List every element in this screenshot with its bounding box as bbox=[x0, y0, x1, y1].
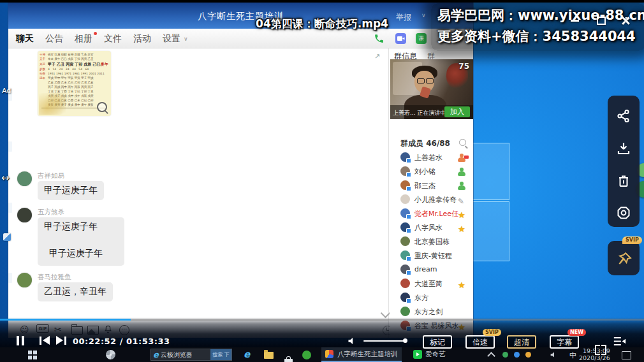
minimize-button[interactable] bbox=[571, 20, 579, 22]
popout-arrow-icon[interactable]: ↗ bbox=[374, 52, 380, 61]
live-video-thumbnail[interactable]: 75 上善若... 正在演讲中 加入 bbox=[390, 59, 473, 119]
avatar[interactable] bbox=[17, 171, 32, 186]
member-row[interactable]: 觉者Mr.Lee任 bbox=[400, 208, 471, 221]
wallpaper-window-pane bbox=[469, 143, 509, 200]
star-icon bbox=[458, 279, 467, 287]
bazi-row-label bbox=[40, 80, 48, 85]
taskbar: e 云极浏览器 搜索 下 e 八字断生死主题培训 爱奇艺 中 19:53:09 … bbox=[0, 347, 644, 362]
chat-message: 甲子运庚子年 bbox=[38, 181, 104, 200]
store-icon[interactable] bbox=[284, 359, 293, 362]
tab-chat[interactable]: 聊天 bbox=[16, 33, 34, 45]
bazi-chart-image[interactable]: 十神伤官 比肩 劫财 食神 正财 七杀 正官 天干辛未 庚午 己巳 戊辰 丁卯 … bbox=[38, 51, 111, 116]
member-row[interactable]: 邵三杰 bbox=[400, 180, 471, 192]
member-row[interactable]: 北京姜国栋 bbox=[400, 236, 471, 249]
avatar bbox=[400, 180, 410, 190]
volume-slider[interactable] bbox=[363, 340, 406, 342]
progress-bar[interactable] bbox=[0, 319, 644, 321]
members-header: 群成员 46/88 bbox=[400, 138, 450, 149]
chat-message: 甲子运庚子年 甲子运庚子年 bbox=[38, 217, 124, 266]
ime-indicator[interactable]: 中 bbox=[569, 351, 576, 360]
pin-button[interactable]: SVIP bbox=[608, 241, 640, 275]
start-button[interactable] bbox=[28, 351, 37, 359]
star-icon bbox=[458, 222, 467, 231]
bazi-row-label bbox=[40, 85, 48, 89]
member-row[interactable]: dream bbox=[400, 264, 471, 277]
speaker-icon[interactable] bbox=[550, 351, 558, 359]
member-row[interactable]: 上善若水 bbox=[400, 152, 471, 164]
chevron-down-icon[interactable]: ∨ bbox=[184, 36, 188, 42]
zoom-icon[interactable] bbox=[97, 102, 107, 112]
avatar bbox=[400, 166, 410, 176]
notification-center-icon[interactable] bbox=[622, 351, 631, 359]
avatar[interactable] bbox=[17, 273, 32, 287]
share-icon[interactable] bbox=[616, 108, 631, 124]
speed-button[interactable]: 倍速 bbox=[465, 335, 495, 349]
mark-button[interactable]: 标记 bbox=[423, 335, 452, 349]
taskbar-window-button[interactable]: 八字断生死主题培训 bbox=[321, 347, 402, 362]
tab-announcement[interactable]: 公告 bbox=[45, 33, 63, 45]
previous-button[interactable] bbox=[43, 336, 50, 345]
message-sender-name: 喜马拉雅鱼 bbox=[38, 273, 71, 282]
tab-files[interactable]: 文件 bbox=[104, 33, 122, 45]
taskbar-iqiyi-button[interactable]: 爱奇艺 bbox=[413, 350, 446, 359]
pinwheel-app-icon[interactable] bbox=[106, 350, 115, 359]
desktop-chip bbox=[8, 90, 12, 101]
course-icon[interactable]: 课 bbox=[416, 33, 427, 44]
tab-activity[interactable]: 活动 bbox=[133, 33, 151, 45]
join-button[interactable]: 加入 bbox=[444, 106, 470, 117]
bazi-row-text: 庚午 bbox=[100, 61, 108, 67]
video-filename-overlay: 04第四课：断命技巧.mp4 bbox=[256, 17, 388, 31]
member-row[interactable]: 刘小铭 bbox=[400, 166, 471, 178]
quality-button[interactable]: 超清 bbox=[507, 335, 536, 349]
tab-settings[interactable]: 设置 bbox=[163, 33, 180, 45]
subtitle-button[interactable]: 字幕 bbox=[550, 335, 579, 349]
member-row[interactable]: 东方之剑 bbox=[400, 306, 471, 319]
tab-album[interactable]: 相册 bbox=[75, 33, 92, 45]
video-call-icon[interactable] bbox=[395, 33, 406, 44]
member-row[interactable]: 八字风水 bbox=[400, 222, 471, 235]
member-icon bbox=[458, 166, 467, 175]
desktop-chip bbox=[8, 141, 12, 152]
taskbar-search-box[interactable]: e 云极浏览器 搜索 下 bbox=[150, 349, 232, 361]
tray-icon[interactable] bbox=[514, 352, 520, 358]
delete-icon[interactable] bbox=[616, 173, 631, 189]
tray-expand-icon[interactable] bbox=[487, 352, 495, 360]
next-button[interactable] bbox=[64, 337, 66, 345]
pencil-icon bbox=[458, 194, 467, 203]
bazi-row-label: 流年 bbox=[40, 76, 48, 80]
report-button[interactable]: 举报 bbox=[396, 12, 411, 23]
chevron-down-icon[interactable]: ∨ bbox=[421, 12, 426, 18]
member-row[interactable]: 重庆-黄钰程 bbox=[400, 250, 471, 263]
record-icon[interactable] bbox=[616, 205, 631, 221]
avatar bbox=[400, 222, 410, 232]
window-titlebar[interactable]: 八字断生死主题培训 举报 ∨ bbox=[8, 3, 473, 29]
edge-icon[interactable]: e bbox=[244, 351, 250, 359]
pause-button[interactable] bbox=[17, 336, 19, 345]
volume-knob[interactable] bbox=[403, 338, 407, 343]
bazi-row-label: 天干 bbox=[40, 57, 48, 61]
desktop-icon[interactable] bbox=[3, 233, 11, 241]
search-icon[interactable] bbox=[459, 139, 466, 146]
avatar[interactable] bbox=[17, 208, 32, 222]
voice-call-icon[interactable] bbox=[374, 33, 384, 44]
scroll-down-icon[interactable] bbox=[381, 308, 391, 319]
maximize-button[interactable] bbox=[597, 17, 606, 25]
next-button[interactable] bbox=[56, 336, 63, 345]
member-name: 小儿推拿传奇 bbox=[414, 195, 457, 205]
previous-button[interactable] bbox=[40, 337, 41, 345]
member-row[interactable]: 东方 bbox=[400, 292, 471, 305]
screen: Ad ↔ 八字断生死主题培训 举报 ∨ 聊天 公告 相册 文件 活动 设置 ∨ bbox=[0, 0, 644, 362]
member-row[interactable]: 小儿推拿传奇 bbox=[400, 194, 471, 206]
file-explorer-icon[interactable] bbox=[264, 352, 274, 359]
fullscreen-icon[interactable] bbox=[595, 345, 606, 355]
download-icon[interactable] bbox=[616, 141, 631, 156]
message-line: 甲子运庚子年 bbox=[49, 248, 118, 259]
pause-button[interactable] bbox=[22, 336, 24, 345]
playlist-icon[interactable] bbox=[613, 336, 627, 347]
green-app-icon[interactable] bbox=[302, 351, 311, 359]
member-row[interactable]: 大道至简 bbox=[400, 278, 471, 291]
tray-icon[interactable] bbox=[502, 352, 508, 358]
tray-icon[interactable] bbox=[525, 352, 531, 358]
close-button[interactable] bbox=[621, 16, 630, 25]
volume-icon[interactable] bbox=[347, 336, 358, 346]
